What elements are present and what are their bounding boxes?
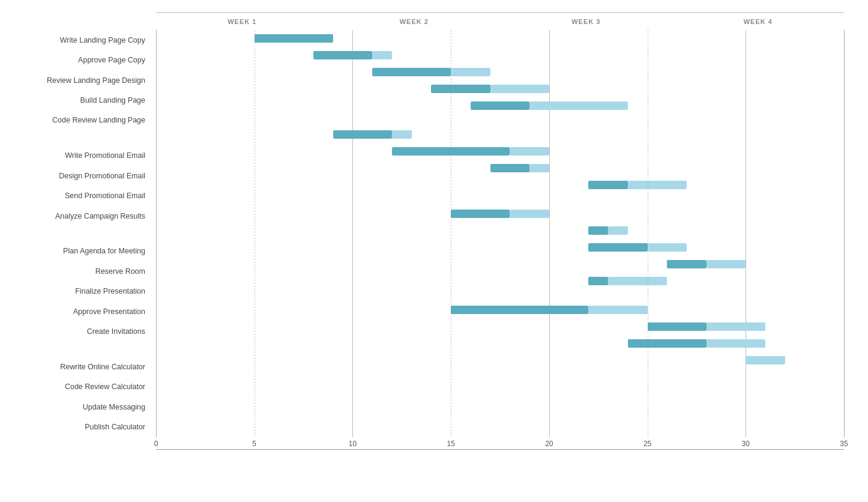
x-tick-label: 5 xyxy=(252,440,256,448)
bar-dark-segment xyxy=(333,130,392,139)
task-label: Approve Page Copy xyxy=(0,52,150,68)
x-tick-label: 35 xyxy=(840,440,848,448)
bar-dark-segment xyxy=(372,68,451,76)
bar-row-spacer xyxy=(156,289,844,301)
bar-light-segment xyxy=(746,356,785,364)
bar-light-segment xyxy=(529,164,549,172)
bar-dark-segment xyxy=(667,260,706,268)
bar-row xyxy=(156,30,844,47)
bar-light-segment xyxy=(628,181,687,189)
bar-dark-segment xyxy=(628,339,707,348)
bar-dark-segment xyxy=(451,210,510,218)
bar-dark-segment xyxy=(588,181,627,189)
bar-light-segment xyxy=(608,226,628,235)
bar-dark-segment xyxy=(648,322,707,331)
bar-light-segment xyxy=(588,306,647,314)
bar-dark-segment xyxy=(588,277,608,285)
task-label: Plan Agenda for Meeting xyxy=(0,243,150,259)
bar-row xyxy=(156,256,844,273)
task-label: Analyze Campaign Results xyxy=(0,208,150,225)
bar-light-segment xyxy=(648,243,687,252)
week-header-4: WEEK 4 xyxy=(672,12,845,30)
task-label: Approve Presentation xyxy=(0,303,150,320)
bar-dark-segment xyxy=(313,51,372,59)
task-label: Reserve Room xyxy=(0,263,150,280)
task-label: Rewrite Online Calculator xyxy=(0,358,150,375)
bar-row xyxy=(156,80,844,97)
task-label: Send Promotional Email xyxy=(0,187,150,204)
group-spacer xyxy=(0,132,150,144)
bar-row xyxy=(156,160,844,177)
bar-light-segment xyxy=(372,51,392,59)
bar-dark-segment xyxy=(392,147,510,156)
bar-dark-segment xyxy=(588,226,608,235)
week-header-2: WEEK 2 xyxy=(328,12,501,30)
bar-row xyxy=(156,97,844,114)
task-label: Update Messaging xyxy=(0,399,150,416)
bar-light-segment xyxy=(529,101,628,110)
bar-dark-segment xyxy=(588,243,647,252)
task-label: Build Landing Page xyxy=(0,92,150,109)
task-label: Write Promotional Email xyxy=(0,147,150,164)
bar-row xyxy=(156,126,844,143)
bar-dark-segment xyxy=(431,85,490,93)
bar-light-segment xyxy=(707,339,765,348)
bars-rows xyxy=(156,30,844,437)
bar-dark-segment xyxy=(490,164,529,172)
bar-row xyxy=(156,205,844,222)
bar-light-segment xyxy=(608,277,667,285)
x-tick-label: 10 xyxy=(349,440,357,448)
task-label: Finalize Presentation xyxy=(0,283,150,300)
task-label: Code Review Landing Page xyxy=(0,112,150,129)
x-axis-line xyxy=(156,449,844,450)
x-ticks-container: 05101520253035 xyxy=(156,437,844,449)
bar-row xyxy=(156,352,844,369)
task-label: Code Review Calculator xyxy=(0,378,150,395)
chart-area: Write Landing Page CopyApprove Page Copy… xyxy=(0,30,844,437)
task-labels: Write Landing Page CopyApprove Page Copy… xyxy=(0,30,156,437)
x-tick-label: 30 xyxy=(742,440,750,448)
task-label: Write Landing Page Copy xyxy=(0,32,150,49)
bar-dark-segment xyxy=(255,34,333,43)
bar-row xyxy=(156,222,844,239)
x-axis-section: 05101520253035 xyxy=(156,437,844,466)
task-label: Review Landing Page Design xyxy=(0,72,150,89)
bar-row xyxy=(156,273,844,289)
bar-row-spacer xyxy=(156,193,844,205)
group-spacer xyxy=(0,228,150,240)
bar-dark-segment xyxy=(451,306,588,314)
task-label: Design Promotional Email xyxy=(0,168,150,184)
x-tick-label: 20 xyxy=(545,440,553,448)
task-label: Create Invitations xyxy=(0,323,150,340)
group-spacer xyxy=(0,343,150,355)
bar-row xyxy=(156,239,844,256)
bar-row xyxy=(156,143,844,160)
x-tick-label: 15 xyxy=(447,440,454,448)
bar-light-segment xyxy=(707,260,746,268)
bar-light-segment xyxy=(510,147,549,156)
week-header-1: WEEK 1 xyxy=(156,12,328,30)
bar-light-segment xyxy=(490,85,549,93)
grid-line xyxy=(844,30,845,437)
bar-dark-segment xyxy=(471,101,529,110)
bar-light-segment xyxy=(707,322,765,331)
bar-row xyxy=(156,318,844,335)
bar-row xyxy=(156,64,844,80)
chart-container: WEEK 1WEEK 2WEEK 3WEEK 4 Write Landing P… xyxy=(0,0,868,502)
x-tick-label: 0 xyxy=(154,440,158,448)
week-headers: WEEK 1WEEK 2WEEK 3WEEK 4 xyxy=(156,12,844,30)
x-tick-label: 25 xyxy=(643,440,651,448)
bar-row-spacer xyxy=(156,114,844,126)
bars-area xyxy=(156,30,844,437)
task-label: Publish Calculator xyxy=(0,419,150,435)
bar-light-segment xyxy=(510,210,549,218)
bar-row xyxy=(156,177,844,193)
bar-light-segment xyxy=(392,130,412,139)
bar-row xyxy=(156,47,844,64)
bar-row xyxy=(156,335,844,352)
bar-row xyxy=(156,301,844,318)
bar-light-segment xyxy=(451,68,490,76)
week-header-3: WEEK 3 xyxy=(500,12,672,30)
